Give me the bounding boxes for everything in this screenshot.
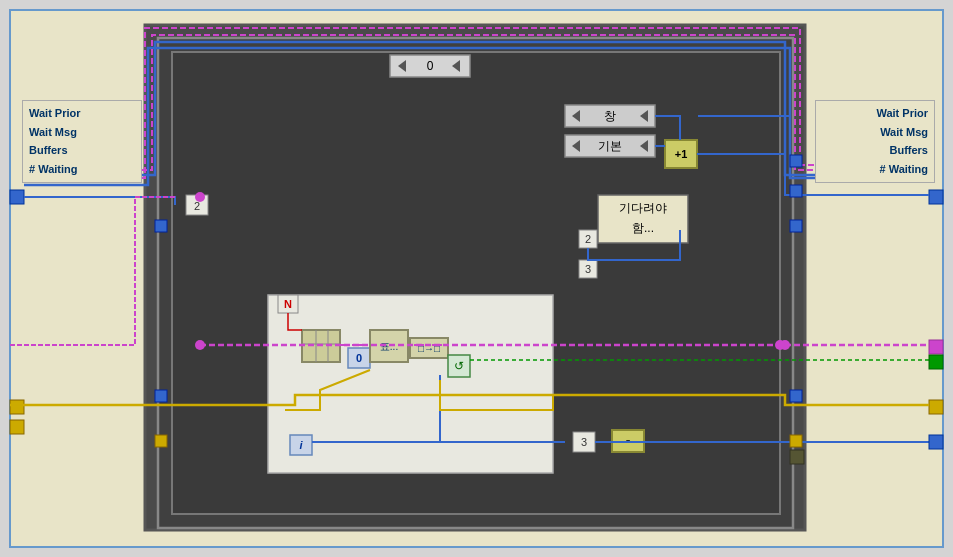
svg-rect-36 <box>370 330 408 362</box>
svg-rect-13 <box>565 135 655 157</box>
svg-rect-60 <box>790 185 802 197</box>
svg-marker-8 <box>452 60 460 72</box>
svg-rect-65 <box>790 450 804 464</box>
svg-rect-57 <box>155 220 167 232</box>
svg-text:0: 0 <box>427 59 434 73</box>
svg-rect-22 <box>186 195 208 215</box>
svg-rect-24 <box>579 230 597 248</box>
right-waiting-label: # Waiting <box>822 160 928 179</box>
svg-rect-48 <box>10 190 24 204</box>
svg-rect-1 <box>145 25 805 530</box>
svg-rect-38 <box>410 338 448 358</box>
svg-text:-: - <box>626 432 631 448</box>
svg-rect-63 <box>790 390 802 402</box>
svg-text:3: 3 <box>581 436 587 448</box>
svg-text:2: 2 <box>194 200 200 212</box>
svg-text:↺: ↺ <box>454 359 464 373</box>
right-buffers-label: Buffers <box>822 141 928 160</box>
svg-rect-52 <box>929 400 943 414</box>
svg-text:0: 0 <box>356 352 362 364</box>
svg-text:기다려야: 기다려야 <box>619 201 667 215</box>
svg-text:i: i <box>299 439 303 451</box>
svg-rect-59 <box>155 435 167 447</box>
svg-rect-9 <box>565 105 655 127</box>
right-wait-prior-label: Wait Prior <box>822 104 928 123</box>
svg-rect-67 <box>929 355 943 369</box>
svg-rect-26 <box>579 260 597 278</box>
right-wait-msg-label: Wait Msg <box>822 123 928 142</box>
svg-marker-12 <box>640 110 648 122</box>
wire-svg: 0 창 기본 +1 기다려야 함... 2 2 3 N <box>0 0 953 557</box>
svg-marker-6 <box>398 60 406 72</box>
svg-rect-4 <box>268 295 553 473</box>
svg-text:2: 2 <box>585 233 591 245</box>
svg-rect-64 <box>790 435 802 447</box>
svg-rect-62 <box>790 220 802 232</box>
diagram-canvas: 0 창 기본 +1 기다려야 함... 2 2 3 N <box>0 0 953 557</box>
svg-text:N: N <box>284 298 292 310</box>
left-buffers-label: Buffers <box>29 141 135 160</box>
svg-rect-61 <box>790 155 802 167</box>
svg-text:+1: +1 <box>675 148 688 160</box>
left-label-box: Wait Prior Wait Msg Buffers # Waiting <box>22 100 142 183</box>
svg-point-55 <box>780 340 790 350</box>
svg-rect-2 <box>158 38 793 528</box>
svg-text:함...: 함... <box>632 221 654 235</box>
svg-rect-17 <box>665 140 697 168</box>
svg-text:3: 3 <box>585 263 591 275</box>
right-label-box: Wait Prior Wait Msg Buffers # Waiting <box>815 100 935 183</box>
svg-rect-42 <box>290 435 312 455</box>
svg-rect-66 <box>929 340 943 354</box>
svg-rect-28 <box>278 295 298 313</box>
svg-rect-34 <box>348 348 370 368</box>
svg-point-53 <box>195 192 205 202</box>
svg-rect-0 <box>10 10 943 547</box>
svg-rect-68 <box>929 435 943 449</box>
svg-marker-10 <box>572 110 580 122</box>
svg-rect-19 <box>598 195 688 243</box>
svg-rect-30 <box>302 330 340 362</box>
svg-rect-44 <box>573 432 595 452</box>
svg-rect-46 <box>612 430 644 452</box>
svg-rect-3 <box>172 52 780 514</box>
svg-point-54 <box>195 340 205 350</box>
svg-point-56 <box>775 340 785 350</box>
svg-text:기본: 기본 <box>598 139 622 153</box>
left-wait-prior-label: Wait Prior <box>29 104 135 123</box>
left-waiting-label: # Waiting <box>29 160 135 179</box>
svg-rect-50 <box>10 420 24 434</box>
svg-text:□→□: □→□ <box>418 343 440 354</box>
svg-rect-58 <box>155 390 167 402</box>
svg-text:창: 창 <box>604 109 616 123</box>
svg-marker-14 <box>572 140 580 152</box>
svg-text:표...: 표... <box>380 341 398 352</box>
svg-marker-16 <box>640 140 648 152</box>
left-wait-msg-label: Wait Msg <box>29 123 135 142</box>
svg-rect-40 <box>448 355 470 377</box>
svg-rect-51 <box>929 190 943 204</box>
svg-rect-5 <box>390 55 470 77</box>
svg-rect-49 <box>10 400 24 414</box>
